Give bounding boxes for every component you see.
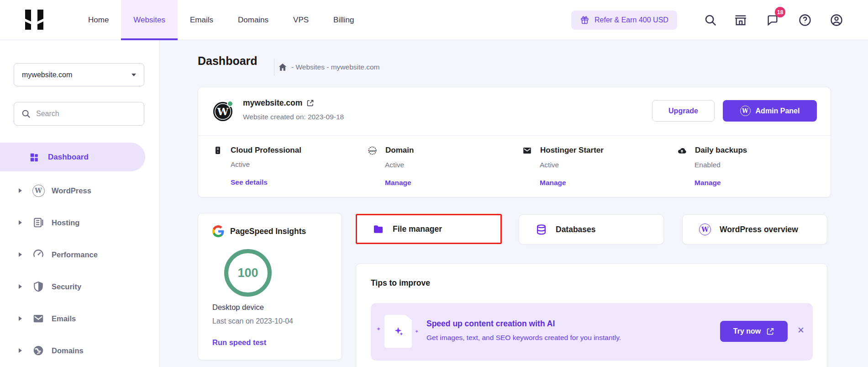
chevron-right-icon [19,316,24,321]
notification-badge: 18 [775,7,785,17]
sidebar-item-emails[interactable]: Emails [0,303,160,335]
pagespeed-title: PageSpeed Insights [230,227,306,236]
sidebar-item-hosting[interactable]: Hosting [0,207,160,239]
account-icon[interactable] [830,13,843,27]
sidebar-item-wordpress[interactable]: W WordPress [0,175,160,207]
wordpress-overview-card[interactable]: W WordPress overview [682,214,827,245]
admin-panel-button[interactable]: W Admin Panel [723,100,817,122]
manage-link[interactable]: Manage [694,179,747,187]
manage-link[interactable]: Manage [385,179,414,187]
chevron-right-icon [19,284,24,289]
sidebar-item-label: Security [52,282,81,291]
shield-icon [32,281,45,293]
status-value: Active [540,161,604,169]
wordpress-icon: W [699,223,711,235]
search-input[interactable] [36,110,137,118]
ai-promo-banner: ✦ ✦ Speed up content creation with AI Ge… [371,303,813,361]
main-content: Dashboard - Websites - mywebsite.com W m… [160,40,868,367]
website-domain: mywebsite.com [243,98,302,108]
pagespeed-device: Desktop device [212,303,264,312]
main-nav: Home Websites Emails Domains VPS Billing [76,0,366,40]
file-manager-label: File manager [393,224,442,234]
search-icon[interactable] [704,13,717,27]
nav-billing[interactable]: Billing [321,0,366,40]
ai-banner-heading: Speed up content creation with AI [426,319,555,329]
chevron-right-icon [19,220,24,225]
external-link-icon [766,327,774,335]
help-icon[interactable] [798,13,812,27]
page-title: Dashboard [198,54,258,68]
sidebar-item-label: Performance [52,250,98,259]
run-speed-test-link[interactable]: Run speed test [212,338,266,347]
status-cloud-professional: Cloud Professional Active See details [213,146,301,186]
chevron-right-icon [19,252,24,257]
chevron-right-icon [19,188,24,193]
hostinger-logo-icon[interactable] [25,10,44,31]
sidebar-item-label: WordPress [52,186,91,195]
chevron-down-icon [132,74,136,79]
store-icon[interactable] [734,13,747,27]
sidebar-item-label: Emails [52,314,76,323]
divider [274,59,274,76]
mail-icon [32,313,45,324]
mail-icon [522,146,532,155]
sidebar: mywebsite.com Dashboard W WordPre [0,40,160,367]
try-now-label: Try now [733,327,761,335]
online-status-dot [227,101,233,107]
nav-home[interactable]: Home [76,0,121,40]
status-value: Active [231,160,301,169]
admin-panel-label: Admin Panel [756,107,800,115]
sidebar-item-dashboard[interactable]: Dashboard [0,143,145,171]
search-icon [21,109,31,119]
sidebar-search [14,102,144,126]
sidebar-item-domains[interactable]: Domains [0,335,160,367]
refer-earn-label: Refer & Earn 400 USD [594,16,668,24]
sidebar-item-label: Dashboard [48,153,89,162]
site-selector-value: mywebsite.com [22,71,72,79]
status-title: Hostinger Starter [540,146,604,155]
dashboard-grid-icon [29,152,39,162]
google-icon [212,225,224,237]
pagespeed-score: 100 [237,266,258,280]
cloud-backup-icon [677,146,687,155]
sidebar-item-label: Domains [52,346,84,355]
www-globe-icon: www [368,146,377,155]
status-daily-backups: Daily backups Enabled Manage [677,146,747,187]
nav-domains[interactable]: Domains [226,0,281,40]
databases-label: Databases [556,225,596,234]
ai-sparkle-document-icon [384,315,412,348]
upgrade-button[interactable]: Upgrade [652,100,715,122]
sparkle-icon: ✦ [376,326,381,332]
close-icon[interactable]: ✕ [797,326,805,335]
try-now-button[interactable]: Try now [720,321,788,342]
nav-emails[interactable]: Emails [178,0,226,40]
manage-link[interactable]: Manage [540,179,604,187]
databases-card[interactable]: Databases [519,214,664,245]
breadcrumb: - Websites - mywebsite.com [291,63,380,71]
pagespeed-last-scan: Last scan on 2023-10-04 [212,317,293,325]
pagespeed-card: PageSpeed Insights 100 Desktop device La… [198,213,342,360]
website-created-date: Website created on: 2023-09-18 [243,113,344,121]
status-domain: www Domain Active Manage [368,146,414,187]
tips-card: Tips to improve ✦ ✦ Speed up content cre… [356,263,827,367]
status-title: Domain [385,146,414,155]
sidebar-item-performance[interactable]: Performance [0,239,160,271]
nav-websites[interactable]: Websites [121,0,178,40]
sidebar-item-security[interactable]: Security [0,271,160,303]
wordpress-overview-label: WordPress overview [720,225,798,234]
sidebar-item-label: Hosting [52,218,79,227]
site-selector-dropdown[interactable]: mywebsite.com [14,63,144,86]
folder-icon [373,223,384,235]
status-value: Enabled [694,161,747,169]
see-details-link[interactable]: See details [231,178,301,186]
external-link-icon[interactable] [306,99,314,107]
refer-earn-button[interactable]: Refer & Earn 400 USD [571,11,677,30]
file-manager-card[interactable]: File manager [356,214,502,244]
divider [198,135,831,136]
nav-vps[interactable]: VPS [281,0,321,40]
wordpress-icon: W [32,185,45,197]
home-icon[interactable] [278,62,288,72]
hosting-icon [32,217,45,229]
status-hostinger-starter: Hostinger Starter Active Manage [522,146,604,187]
tips-title: Tips to improve [371,278,430,288]
